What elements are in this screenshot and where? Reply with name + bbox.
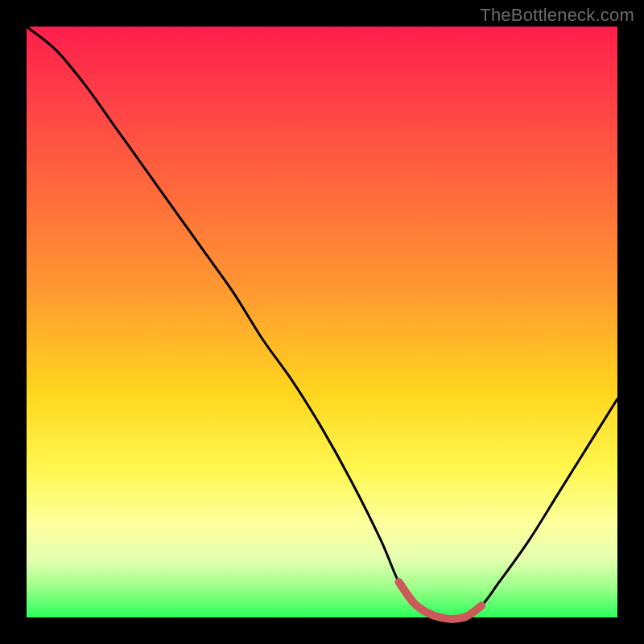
optimal-zone-highlight (398, 582, 481, 619)
watermark-text: TheBottleneck.com (480, 5, 634, 26)
chart-frame: TheBottleneck.com (0, 0, 644, 644)
bottleneck-curve-svg (27, 27, 617, 617)
bottleneck-curve-path (27, 27, 617, 619)
plot-area (27, 27, 617, 617)
